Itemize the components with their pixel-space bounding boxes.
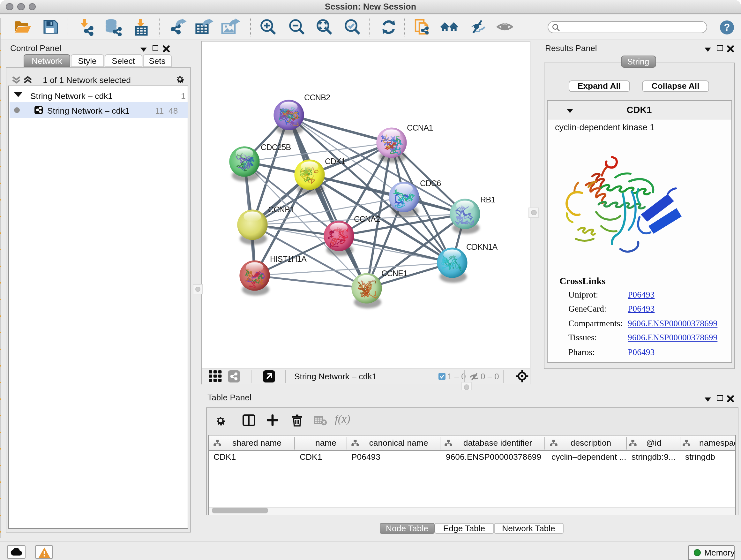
svg-text:CCNB2: CCNB2	[304, 92, 330, 102]
svg-text:CCNB1: CCNB1	[268, 205, 294, 213]
svg-text:CDKN1A: CDKN1A	[466, 242, 497, 251]
svg-text:CCNA2: CCNA2	[354, 214, 380, 223]
svg-text:CDK1: CDK1	[325, 157, 345, 165]
svg-text:HIST1H1A: HIST1H1A	[270, 254, 307, 263]
svg-text:CDC25B: CDC25B	[261, 142, 291, 151]
svg-text:?: ?	[724, 22, 730, 33]
svg-text:RB1: RB1	[480, 195, 495, 204]
svg-text:CDC6: CDC6	[420, 179, 441, 187]
svg-text:CCNE1: CCNE1	[381, 268, 407, 277]
svg-text:CCNA1: CCNA1	[407, 123, 433, 132]
